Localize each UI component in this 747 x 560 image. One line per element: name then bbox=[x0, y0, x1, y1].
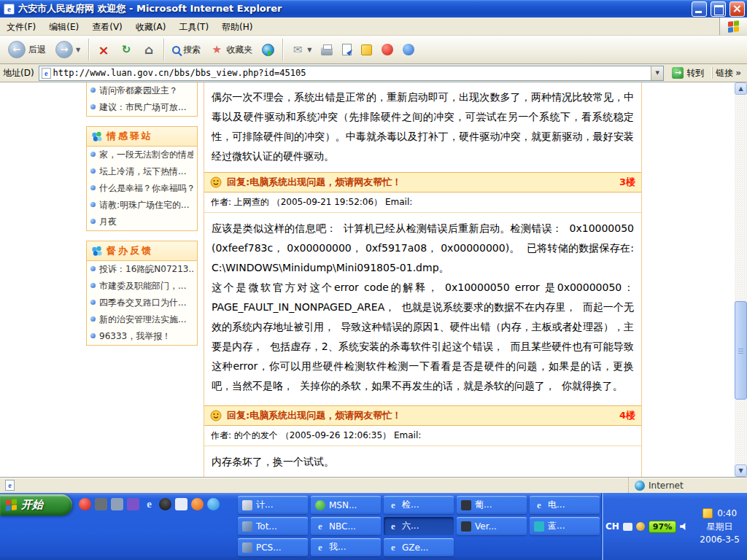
menu-tools[interactable]: 工具(T) bbox=[172, 18, 215, 35]
scroll-up-button[interactable] bbox=[735, 82, 747, 95]
reply-author-line: 作者: 上网查的 （2005-09-21 19:52:06） Email: bbox=[204, 192, 641, 213]
browser-window: 六安市人民政府网 欢迎您 - Microsoft Internet Explor… bbox=[0, 0, 747, 493]
task-label: 检... bbox=[402, 499, 419, 511]
edit-button[interactable] bbox=[338, 42, 355, 58]
app-icon bbox=[461, 521, 471, 532]
notes-button[interactable] bbox=[357, 42, 376, 58]
notes-icon bbox=[361, 44, 372, 55]
taskbar-task-7[interactable]: NBC... bbox=[311, 517, 381, 535]
ie-icon bbox=[388, 500, 398, 510]
menu-file[interactable]: 文件(F) bbox=[0, 18, 42, 35]
go-button[interactable]: 转到 bbox=[668, 66, 708, 81]
quick-launch-icon-3[interactable] bbox=[111, 498, 123, 510]
sidebar-link[interactable]: 坛上冷清，坛下热情... bbox=[87, 163, 197, 180]
taskbar-task-4[interactable]: 葡... bbox=[457, 496, 527, 514]
quick-launch-icon-4[interactable] bbox=[127, 498, 139, 510]
qq-button[interactable] bbox=[378, 42, 397, 58]
taskbar-task-2[interactable]: MSN... bbox=[311, 496, 381, 514]
sidebar-link[interactable]: 四季春交叉路口为什... bbox=[87, 295, 197, 311]
home-button[interactable] bbox=[139, 41, 159, 58]
taskbar-task-13[interactable]: GZe... bbox=[384, 538, 454, 556]
taskbar-task-1[interactable]: 计... bbox=[238, 496, 308, 514]
taskbar-task-3[interactable]: 检... bbox=[384, 496, 454, 514]
clover-icon bbox=[91, 246, 102, 257]
clock-time: 0:40 bbox=[717, 507, 737, 520]
favorites-button[interactable]: 收藏夹 bbox=[206, 41, 256, 58]
browser-viewport: 请问帝都豪园业主？ 建议：市民广场可放... bbox=[0, 82, 747, 477]
address-dropdown-button[interactable] bbox=[651, 66, 663, 80]
menu-help[interactable]: 帮助(H) bbox=[215, 18, 259, 35]
menu-view[interactable]: 查看(V) bbox=[85, 18, 129, 35]
taskbar-task-11[interactable]: PCS... bbox=[238, 538, 308, 556]
language-indicator[interactable]: CH bbox=[605, 521, 619, 532]
battery-indicator[interactable]: 97% bbox=[649, 521, 676, 533]
sidebar-link[interactable]: 市建委及职能部门，... bbox=[87, 278, 197, 295]
menu-bar: 文件(F) 编辑(E) 查看(V) 收藏(A) 工具(T) 帮助(H) bbox=[0, 18, 747, 36]
close-button[interactable] bbox=[729, 1, 745, 17]
task-label: Ver... bbox=[475, 521, 497, 532]
quick-launch-icon-8[interactable] bbox=[191, 498, 204, 510]
sidebar-link[interactable]: 请教:明珠广场住宅的... bbox=[87, 197, 197, 214]
title-bar: 六安市人民政府网 欢迎您 - Microsoft Internet Explor… bbox=[0, 0, 747, 18]
scrollbar-thumb[interactable] bbox=[735, 301, 747, 400]
keyboard-icon[interactable] bbox=[623, 523, 632, 531]
mail-button[interactable]: ▼ bbox=[287, 41, 315, 58]
taskbar-task-9[interactable]: Ver... bbox=[457, 517, 527, 535]
taskbar-task-5[interactable]: 电... bbox=[530, 496, 600, 514]
notes-tray-icon[interactable] bbox=[703, 508, 713, 518]
taskbar-task-10[interactable]: 蓝... bbox=[530, 517, 600, 535]
taskbar-task-8-active[interactable]: 六... bbox=[384, 517, 454, 535]
qq-icon bbox=[382, 44, 393, 55]
quick-launch-ie-icon[interactable] bbox=[143, 498, 155, 510]
sidebar-link[interactable]: 请问帝都豪园业主？ bbox=[87, 82, 197, 99]
address-input[interactable] bbox=[53, 66, 651, 80]
sidebar-link[interactable]: 月夜 bbox=[87, 214, 197, 230]
quick-launch-icon-7[interactable] bbox=[175, 498, 187, 510]
tray-app-icon[interactable] bbox=[636, 522, 645, 531]
start-button[interactable]: 开始 bbox=[0, 494, 72, 516]
refresh-button[interactable] bbox=[116, 41, 136, 58]
quick-launch-icon-2[interactable] bbox=[95, 498, 107, 510]
messenger-button[interactable] bbox=[399, 42, 418, 58]
volume-icon[interactable] bbox=[680, 522, 689, 531]
sidebar-link[interactable]: 什么是幸福？你幸福吗？ bbox=[87, 180, 197, 197]
taskbar-task-12[interactable]: 我... bbox=[311, 538, 381, 556]
bullet-icon bbox=[90, 266, 96, 271]
windows-flag-icon bbox=[6, 499, 17, 511]
quick-launch-qq-icon[interactable] bbox=[159, 498, 171, 510]
vertical-scrollbar[interactable] bbox=[735, 82, 747, 477]
task-label: Tot... bbox=[256, 521, 277, 532]
edit-icon bbox=[342, 44, 352, 55]
toolbar: 后退 ▼ 搜索 收藏夹 ▼ bbox=[0, 36, 747, 64]
back-button[interactable]: 后退 bbox=[4, 39, 50, 61]
bullet-icon bbox=[90, 104, 96, 109]
forward-button[interactable]: ▼ bbox=[52, 39, 84, 61]
mail-icon bbox=[291, 43, 304, 56]
menu-edit[interactable]: 编辑(E) bbox=[42, 18, 85, 35]
scroll-down-button[interactable] bbox=[735, 464, 747, 477]
quick-launch-icon-9[interactable] bbox=[207, 498, 220, 510]
media-button[interactable] bbox=[258, 42, 278, 58]
sidebar-link[interactable]: 新的治安管理法实施... bbox=[87, 311, 197, 328]
sidebar-box: 请问帝都豪园业主？ 建议：市民广场可放... bbox=[86, 82, 198, 117]
quick-launch-icon-1[interactable] bbox=[79, 498, 91, 510]
search-button[interactable]: 搜索 bbox=[169, 42, 204, 58]
reply-title[interactable]: 回复:电脑系统出现问题，烦请网友帮忙！ bbox=[227, 409, 614, 422]
minimize-button[interactable] bbox=[692, 1, 707, 17]
reply-title[interactable]: 回复:电脑系统出现问题，烦请网友帮忙！ bbox=[227, 176, 614, 189]
sidebar-link[interactable]: 家，一段无法割舍的情感 bbox=[87, 147, 197, 163]
links-toolbar[interactable]: 链接 » bbox=[712, 67, 744, 79]
sidebar-link[interactable]: 96333，我举报！ bbox=[87, 328, 197, 345]
menu-favorites[interactable]: 收藏(A) bbox=[129, 18, 173, 35]
taskbar-clock[interactable]: 0:40 星期日 2006-3-5 bbox=[692, 493, 747, 560]
taskbar-task-6[interactable]: Tot... bbox=[238, 517, 308, 535]
print-button[interactable] bbox=[317, 42, 336, 58]
stop-button[interactable] bbox=[93, 41, 114, 58]
task-label: NBC... bbox=[329, 521, 356, 532]
sidebar-link[interactable]: 建议：市民广场可放... bbox=[87, 99, 197, 116]
ie-page-icon bbox=[4, 4, 15, 15]
reply-content: 应该是类似这样的信息吧： 计算机已经从检测错误后重新启动。检测错误： 0x100… bbox=[204, 213, 641, 402]
maximize-button[interactable] bbox=[711, 1, 726, 17]
ie-icon bbox=[534, 500, 544, 510]
sidebar-link[interactable]: 投诉：16路皖N07213... bbox=[87, 261, 197, 278]
